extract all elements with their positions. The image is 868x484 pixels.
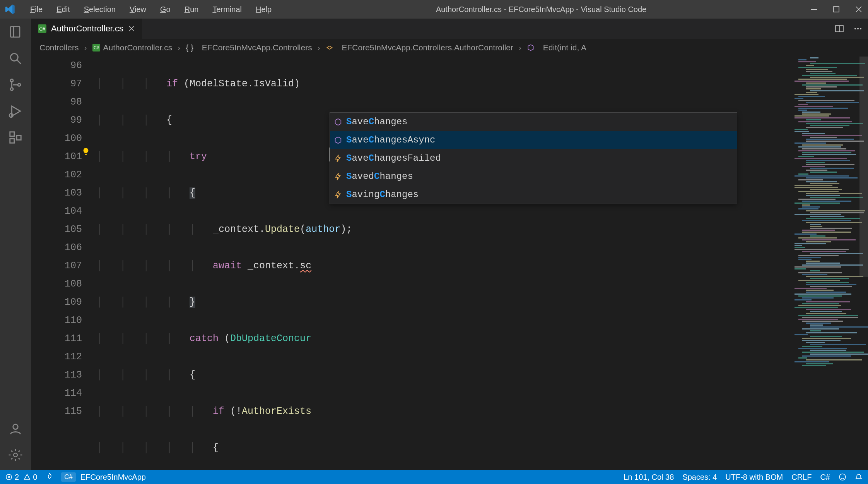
intellisense-label: SaveChangesFailed [346,149,441,167]
line-number: 99 [31,111,82,129]
menu-file[interactable]: File [25,3,48,15]
window-maximize-button[interactable] [832,5,841,14]
breadcrumb-folder: Controllers [39,43,79,52]
tab-authorcontroller[interactable]: C# AuthorController.cs [31,19,142,39]
line-number: 108 [31,275,82,293]
status-flame[interactable] [46,473,53,481]
intellisense-popup[interactable]: SaveChangesSaveChangesAsyncSaveChangesFa… [330,112,737,204]
breadcrumb-method: Edit(int id, A [527,43,586,52]
menu-run[interactable]: Run [179,3,204,15]
class-icon [326,44,333,51]
status-problems[interactable]: 2 0 [5,473,37,482]
project-type-icon: C# [61,472,76,482]
code-editor[interactable]: 9697989910010110210310410510610710810911… [31,57,868,470]
svg-rect-7 [10,132,14,136]
status-bar: 2 0 C# EFCore5InMvcApp Ln 101, Col 38 Sp… [0,470,868,484]
method-icon [334,118,342,126]
extensions-icon[interactable] [7,129,24,146]
line-number: 113 [31,366,82,384]
svg-rect-0 [811,9,817,10]
svg-text:C#: C# [94,45,99,50]
menu-edit[interactable]: Edit [51,3,75,15]
source-control-icon[interactable] [7,77,24,93]
intellisense-item[interactable]: SavedChanges [330,167,737,185]
svg-point-4 [10,88,13,91]
line-number: 96 [31,57,82,75]
status-language[interactable]: C# [820,473,830,482]
accounts-icon[interactable] [7,420,24,437]
menu-go[interactable]: Go [155,3,176,15]
title-bar: File Edit Selection View Go Run Terminal… [0,0,868,19]
explorer-icon[interactable] [7,24,24,40]
line-number: 97 [31,75,82,93]
csharp-file-icon: C# [38,24,46,33]
svg-point-17 [860,28,861,29]
svg-point-22 [839,474,846,480]
more-actions-icon[interactable] [853,24,863,33]
window-title: AuthorController.cs - EFCore5InMvcApp - … [280,5,802,14]
svg-rect-8 [10,139,14,143]
breadcrumb-class: EFCore5InMvcApp.Controllers.AuthorContro… [326,43,513,52]
intellisense-item[interactable]: SaveChangesAsync [330,131,737,149]
line-number: 103 [31,184,82,202]
tab-label: AuthorController.cs [51,24,123,34]
split-editor-icon[interactable] [835,24,844,33]
warning-icon [24,474,31,481]
run-debug-icon[interactable] [7,103,24,119]
menu-selection[interactable]: Selection [79,3,121,15]
menu-terminal[interactable]: Terminal [207,3,247,15]
svg-point-6 [9,113,13,117]
svg-point-16 [857,28,859,29]
intellisense-item[interactable]: SaveChangesFailed [330,149,737,167]
breadcrumb-file: C#AuthorController.cs [92,43,173,52]
minimap[interactable] [791,57,868,470]
breadcrumb-namespace: { } EFCore5InMvcApp.Controllers [186,43,312,52]
search-icon[interactable] [7,50,24,67]
intellisense-label: SaveChanges [346,113,407,131]
flame-icon [46,473,53,481]
svg-point-10 [13,424,18,429]
status-indent[interactable]: Spaces: 4 [682,473,717,482]
breadcrumb[interactable]: Controllers › C#AuthorController.cs › { … [31,39,868,57]
svg-rect-20 [85,154,87,155]
activity-bar [0,19,31,470]
menu-help[interactable]: Help [250,3,277,15]
line-number: 100 [31,129,82,148]
line-number: 106 [31,239,82,257]
window-minimize-button[interactable] [809,5,818,14]
vscode-logo-icon [5,4,15,15]
error-icon [5,474,12,481]
status-feedback-icon[interactable] [839,473,846,481]
event-icon [334,172,342,181]
status-bell-icon[interactable] [855,473,863,481]
status-project[interactable]: C# EFCore5InMvcApp [61,472,146,482]
lightbulb-icon[interactable] [82,148,90,155]
settings-gear-icon[interactable] [7,447,24,463]
tab-row: C# AuthorController.cs [31,19,868,39]
code-content[interactable]: │ │ │ if (ModelState.IsValid) │ │ │ { │ … [97,57,868,470]
intellisense-label: SaveChangesAsync [346,131,435,149]
intellisense-item[interactable]: SavingChanges [330,185,737,204]
svg-point-11 [14,453,17,457]
intellisense-label: SavedChanges [346,167,413,185]
status-cursor[interactable]: Ln 101, Col 38 [624,473,674,482]
minimap-scroll-thumb[interactable] [859,57,868,277]
menu-view[interactable]: View [124,3,152,15]
event-icon [334,191,342,199]
svg-point-5 [18,84,21,86]
line-number: 102 [31,166,82,184]
line-number: 109 [31,293,82,311]
status-eol[interactable]: CRLF [791,473,812,482]
line-gutter: 9697989910010110210310410510610710810911… [31,57,97,470]
line-number: 105 [31,220,82,239]
csharp-file-icon: C# [92,44,100,51]
intellisense-item[interactable]: SaveChanges [330,113,737,131]
tab-close-icon[interactable] [128,25,135,32]
line-number: 110 [31,311,82,330]
line-number: 107 [31,257,82,275]
method-icon [527,44,535,51]
editor-area: C# AuthorController.cs Controllers › C#A… [31,19,868,470]
window-close-button[interactable] [854,5,863,14]
method-icon [334,136,342,144]
status-encoding[interactable]: UTF-8 with BOM [725,473,783,482]
